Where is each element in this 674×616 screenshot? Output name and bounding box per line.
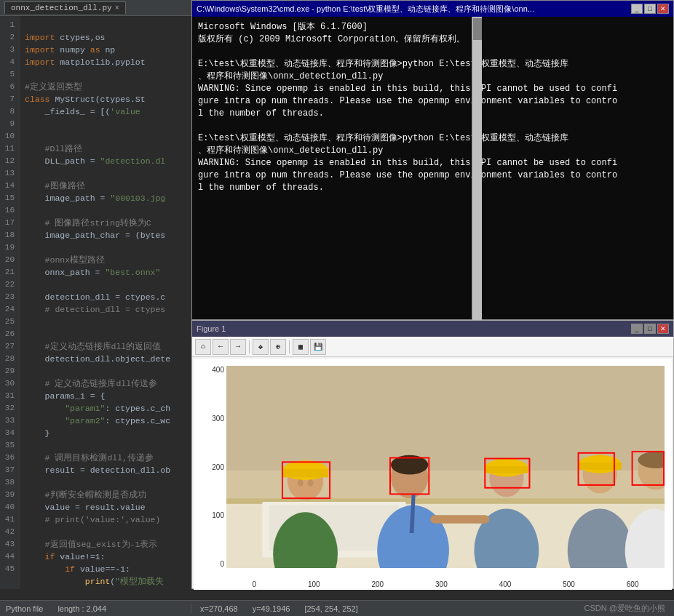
length-label: length : 2,044 xyxy=(58,604,106,613)
y-coordinate: y=49.1946 xyxy=(253,604,290,613)
toolbar-separator-2 xyxy=(289,340,290,353)
file-type-label: Python file xyxy=(6,604,43,613)
minimize-button[interactable]: _ xyxy=(631,4,643,14)
cmd-scrollbar[interactable] xyxy=(472,17,482,321)
plot-image xyxy=(226,366,665,568)
cmd-line-14: l the number of threads. xyxy=(198,182,667,194)
editor-tab[interactable]: onnx_detection_dll.py × xyxy=(4,1,126,14)
cmd-line-2: 版权所有 (c) 2009 Microsoft Corporation。保留所有… xyxy=(198,33,667,46)
status-bar: Python file length : 2,044 x=270,468 y=4… xyxy=(0,600,674,616)
y-label-300: 300 xyxy=(212,415,224,423)
svg-point-10 xyxy=(298,479,304,487)
cmd-line-12: WARNING: Since openmp is enabled in this… xyxy=(198,157,667,169)
cmd-line-10: E:\test\权重模型、动态链接库、程序和待测图像>python E:\tes… xyxy=(198,132,667,145)
x-axis: 0 100 200 300 400 500 600 xyxy=(226,580,665,588)
scrollbar-thumb xyxy=(473,18,482,40)
plot-area: 400 300 200 100 0 xyxy=(194,359,672,590)
line-numbers: 1 2 3 4 5 6 7 8 9 10 11 12 13 14 15 16 1… xyxy=(0,16,20,589)
cmd-line-7: gure intra op num threads. Please use th… xyxy=(198,95,667,108)
plot-window: Figure 1 _ □ ✕ ⌂ ← → ✥ ⊕ ▦ 💾 400 300 200… xyxy=(191,320,674,589)
editor-tab-label: onnx_detection_dll.py xyxy=(11,4,112,12)
x-label-200: 200 xyxy=(371,580,384,588)
cmd-line-9 xyxy=(198,120,667,132)
plot-title: Figure 1 xyxy=(197,324,226,333)
forward-toolbar-button[interactable]: → xyxy=(230,339,246,355)
cmd-line-4: E:\test\权重模型、动态链接库、程序和待测图像>python E:\tes… xyxy=(198,58,667,71)
zoom-toolbar-button[interactable]: ⊕ xyxy=(270,339,286,355)
cmd-title-text: C:\Windows\System32\cmd.exe - python E:\… xyxy=(197,4,534,15)
y-label-200: 200 xyxy=(212,463,224,471)
y-label-400: 400 xyxy=(212,366,224,374)
x-label-100: 100 xyxy=(308,580,320,588)
cmd-titlebar: C:\Windows\System32\cmd.exe - python E:\… xyxy=(192,1,673,17)
svg-point-11 xyxy=(308,479,314,487)
plot-titlebar: Figure 1 _ □ ✕ xyxy=(192,321,673,337)
x-label-600: 600 xyxy=(627,580,639,588)
cmd-line-1: Microsoft Windows [版本 6.1.7600] xyxy=(198,21,667,33)
code-editor: onnx_detection_dll.py × 1 2 3 4 5 6 7 8 … xyxy=(0,0,191,589)
close-button[interactable]: ✕ xyxy=(657,4,669,14)
since-word: Since xyxy=(245,84,271,94)
x-label-0: 0 xyxy=(252,580,256,588)
scene-svg xyxy=(226,366,665,568)
x-label-400: 400 xyxy=(499,580,512,588)
y-label-100: 100 xyxy=(212,511,224,519)
svg-rect-19 xyxy=(485,466,528,473)
pixel-values: [254, 254, 252] xyxy=(304,604,357,613)
cmd-window: C:\Windows\System32\cmd.exe - python E:\… xyxy=(191,0,674,320)
status-right: x=270,468 y=49.1946 [254, 254, 252] CSDN… xyxy=(191,603,674,614)
svg-rect-9 xyxy=(282,469,328,478)
plot-close-button[interactable]: ✕ xyxy=(657,324,669,334)
back-toolbar-button[interactable]: ← xyxy=(213,339,229,355)
status-left: Python file length : 2,044 xyxy=(0,604,191,613)
code-area: 1 2 3 4 5 6 7 8 9 10 11 12 13 14 15 16 1… xyxy=(0,16,191,589)
editor-titlebar: onnx_detection_dll.py × xyxy=(0,0,191,16)
y-label-0: 0 xyxy=(220,560,224,568)
pan-toolbar-button[interactable]: ✥ xyxy=(253,339,269,355)
x-label-500: 500 xyxy=(563,580,575,588)
x-label-300: 300 xyxy=(435,580,448,588)
y-axis: 400 300 200 100 0 xyxy=(195,366,224,568)
cmd-line-6: WARNING: Since openmp is enabled in this… xyxy=(198,83,667,95)
editor-tab-close[interactable]: × xyxy=(115,4,119,12)
subplot-toolbar-button[interactable]: ▦ xyxy=(293,339,309,355)
cmd-line-5: 、程序和待测图像\onnx_detection_dll.py xyxy=(198,71,667,83)
toolbar-separator-1 xyxy=(249,340,250,353)
restore-button[interactable]: □ xyxy=(644,4,656,14)
cmd-line-8: l the number of threads. xyxy=(198,108,667,120)
home-toolbar-button[interactable]: ⌂ xyxy=(195,339,211,355)
plot-toolbar: ⌂ ← → ✥ ⊕ ▦ 💾 xyxy=(192,337,673,357)
cmd-line-13: gure intra op num threads. Please use th… xyxy=(198,169,667,182)
cmd-body: Microsoft Windows [版本 6.1.7600] 版权所有 (c)… xyxy=(192,17,673,319)
save-toolbar-button[interactable]: 💾 xyxy=(310,339,326,355)
plot-restore-button[interactable]: □ xyxy=(644,324,656,334)
code-content[interactable]: import ctypes,os import numpy as np impo… xyxy=(20,16,191,589)
cmd-title-buttons: _ □ ✕ xyxy=(631,4,669,14)
x-coordinate: x=270,468 xyxy=(200,604,238,613)
cmd-line-11: 、程序和待测图像\onnx_detection_dll.py xyxy=(198,145,667,157)
status-brand: CSDN @爱吃鱼的小熊 xyxy=(584,603,665,614)
plot-minimize-button[interactable]: _ xyxy=(631,324,643,334)
cmd-line-3 xyxy=(198,46,667,58)
